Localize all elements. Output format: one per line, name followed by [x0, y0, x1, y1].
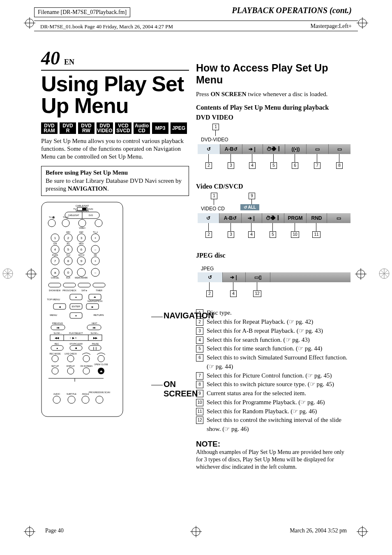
svg-rect-31 [42, 202, 123, 417]
language-code: EN [64, 58, 74, 66]
svg-text:AUDIO: AUDIO [53, 393, 60, 395]
section-title: PLAYBACK OPERATIONS (cont.) [232, 6, 352, 15]
legend-num: 8 [196, 381, 203, 388]
vcd-menu-graphic: 1 9 VIDEO CD ↺ ALL ↺ A-B↺ ➔❘ ⏱➔❘ PRGM RN… [196, 193, 352, 246]
callout: 8 [336, 162, 343, 169]
svg-text:ANGLE: ANGLE [82, 393, 90, 395]
callout: 11 [312, 231, 321, 238]
rule [34, 21, 358, 21]
svg-text:5: 5 [67, 248, 69, 251]
before-using-box: Before using Play Set Up Menu Be sure to… [41, 166, 189, 196]
svg-text:SAT⊕: SAT⊕ [81, 289, 87, 292]
format-badge: DVDVIDEO [97, 122, 113, 134]
svg-text:CANCEL: CANCEL [51, 276, 60, 279]
svg-text:▶▶: ▶▶ [93, 336, 98, 339]
svg-text:REC MODE: REC MODE [50, 352, 61, 355]
format-badge: DVDR [60, 122, 76, 134]
svg-text:PROG/CHECK: PROG/CHECK [62, 289, 76, 292]
crop-mark-icon [355, 268, 367, 280]
dvd-video-menu-graphic: 1 DVD-VIDEO ↺ A-B↺ ➔❘ ⏱➔❘ ((•)) ▭ ▭ 2 3 … [196, 124, 352, 177]
crop-mark-icon [190, 526, 202, 537]
legend-text: Select this for A-B repeat Playback. (☞ … [207, 327, 352, 336]
svg-text:TV AV: TV AV [63, 216, 69, 219]
svg-text:PLAY/SELECT: PLAY/SELECT [69, 332, 83, 334]
svg-text:◀◀: ◀◀ [55, 336, 59, 339]
menu-type-label: DVD-VIDEO [201, 137, 228, 143]
callout: 5 [270, 162, 277, 169]
svg-text:TOP MENU: TOP MENU [47, 298, 60, 301]
callout: 7 [314, 162, 321, 169]
callout: 4 [230, 290, 237, 297]
legend-text: Select this for Programme Playback. (☞ p… [207, 398, 352, 407]
svg-text:SET UP: SET UP [51, 365, 59, 367]
svg-text:SLOW +: SLOW + [90, 332, 98, 334]
svg-text:OPEN/
CLOSE: OPEN/ CLOSE [94, 363, 108, 366]
jpeg-heading: JPEG disc [196, 252, 352, 259]
svg-text:ON SCREEN: ON SCREEN [80, 365, 92, 367]
menu-bar: ↺ A-B↺ ➔❘ ⏱➔❘ ((•)) ▭ ▭ [198, 144, 350, 154]
svg-text:–: – [95, 271, 97, 274]
svg-text:DEF: DEF [79, 231, 83, 233]
format-badge: MP3 [152, 122, 168, 134]
svg-text:TV ⚫: TV ⚫ [49, 216, 55, 219]
left-column: 40 EN Using Play Set Up Menu DVDRAM DVDR… [41, 47, 189, 419]
svg-text:9: 9 [81, 259, 83, 263]
howto-heading: How to Access Play Set Up Menu [196, 62, 352, 86]
svg-text:●: ● [56, 347, 58, 350]
callout: 2 [206, 290, 213, 297]
note-header: Before using Play Set Up Menu [46, 169, 184, 177]
book-info: DR-M7SE_01.book Page 40 Friday, March 26… [40, 23, 173, 30]
status-area: ↺ ALL [240, 204, 259, 210]
svg-text:CABLE/SAT: CABLE/SAT [68, 214, 79, 216]
filename-box: Filename [DR-M7SE_07Playback.fm] [34, 7, 130, 17]
svg-text:RETURN: RETURN [94, 314, 104, 316]
svg-text:+: + [95, 236, 97, 240]
svg-text:JKL: JKL [67, 242, 70, 245]
svg-text:8: 8 [67, 259, 69, 263]
legend-num: 4 [196, 336, 203, 344]
legend-text: Select this to switch Simulated Surround… [207, 353, 352, 371]
svg-text:⏏: ⏏ [94, 296, 96, 298]
footer-page: Page 40 [45, 527, 64, 534]
format-badge: VCDSVCD [115, 122, 131, 134]
legend-num: 6 [196, 354, 203, 362]
note-heading: NOTE: [196, 440, 352, 449]
svg-text:DISPLAY: DISPLAY [67, 365, 75, 367]
callout: 2 [205, 231, 212, 238]
svg-text:WXYZ: WXYZ [78, 254, 84, 256]
svg-text:REC: REC [55, 343, 59, 345]
svg-text:ABC: ABC [66, 231, 71, 233]
svg-text:6: 6 [81, 248, 83, 251]
svg-text:⏮: ⏮ [57, 326, 60, 329]
legend-num: 10 [196, 399, 203, 406]
svg-text:▼: ▼ [75, 315, 77, 317]
svg-text:SLOW –: SLOW – [54, 332, 62, 334]
svg-text:CABLE/SAT: CABLE/SAT [76, 205, 89, 207]
svg-text:MEMO/MARK: MEMO/MARK [75, 276, 88, 279]
callout: 5 [270, 231, 276, 238]
svg-text:STOP/CLEAR: STOP/CLEAR [69, 343, 83, 345]
manual-page: Filename [DR-M7SE_07Playback.fm] DR-M7SE… [0, 0, 392, 555]
leader-line [151, 317, 163, 317]
format-badge: DVDRAM [41, 122, 58, 134]
menu-bar: ↺ A-B↺ ➔❘ ⏱➔❘ PRGM RND ▭ [198, 213, 350, 223]
callout: 6 [292, 162, 298, 169]
legend-num: 9 [196, 390, 203, 397]
callout: 3 [228, 162, 234, 169]
svg-text:GHI: GHI [53, 242, 57, 245]
svg-text:❙❙: ❙❙ [92, 347, 97, 350]
rule [34, 31, 358, 31]
note-body: Although examples of Play Set Up Menu ar… [196, 449, 352, 471]
svg-text:LIVE CHECK: LIVE CHECK [65, 352, 77, 355]
crop-mark-icon [357, 526, 368, 537]
contents-heading: Contents of Play Set Up Menu during play… [196, 104, 352, 111]
howto-body: Press ON SCREEN twice whenever a disc is… [196, 90, 352, 98]
svg-text:⏏: ⏏ [100, 370, 103, 373]
callout: 1 [211, 193, 217, 199]
registration-mark-icon [2, 268, 13, 279]
callout: 9 [249, 193, 255, 199]
registration-mark-icon [379, 268, 390, 279]
legend-num: 3 [196, 327, 203, 335]
svg-text:TUV: TUV [66, 254, 71, 256]
legend-text: Disc type. [207, 309, 352, 318]
